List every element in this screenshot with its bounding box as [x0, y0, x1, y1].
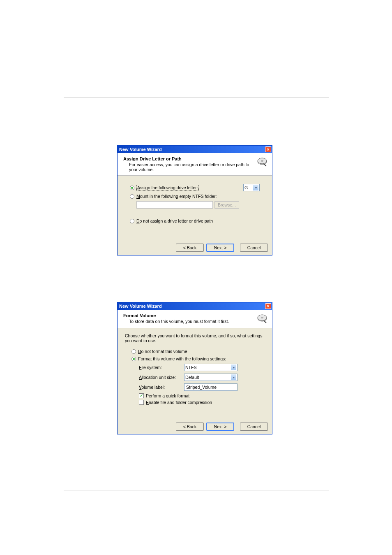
header-title: Format Volume	[123, 313, 256, 318]
window-title: New Volume Wizard	[119, 304, 162, 309]
close-button[interactable]: ×	[265, 303, 271, 309]
allocation-unit-value: Default	[185, 375, 199, 380]
new-volume-wizard-assign-dialog: New Volume Wizard × Assign Drive Letter …	[117, 145, 272, 255]
volume-label-value: Striped_Volume	[186, 385, 217, 390]
wizard-header: Format Volume To store data on this volu…	[118, 310, 272, 328]
new-volume-wizard-format-dialog: New Volume Wizard × Format Volume To sto…	[117, 302, 272, 434]
radio-no-assign[interactable]	[130, 219, 134, 223]
radio-format-settings-label: Format this volume with the following se…	[138, 356, 226, 361]
header-subtitle: For easier access, you can assign a driv…	[123, 162, 256, 172]
wizard-footer: < Back Next > Cancel	[118, 419, 272, 434]
next-button[interactable]: Next >	[206, 244, 234, 252]
file-system-label: File system:	[139, 365, 184, 370]
close-button[interactable]: ×	[265, 146, 271, 152]
quick-format-checkbox[interactable]	[139, 393, 144, 398]
quick-format-label: Perform a quick format	[146, 393, 189, 398]
disk-icon	[256, 156, 268, 168]
svg-point-2	[261, 160, 263, 162]
file-system-value: NTFS	[185, 365, 196, 370]
radio-mount-folder[interactable]	[130, 194, 134, 199]
close-icon: ×	[267, 304, 269, 309]
horizontal-rule	[64, 97, 329, 98]
compression-label: Enable file and folder compression	[146, 400, 212, 405]
compression-checkbox[interactable]	[139, 400, 144, 405]
radio-do-not-format[interactable]	[131, 349, 136, 354]
close-icon: ×	[267, 147, 269, 152]
cancel-button[interactable]: Cancel	[240, 244, 268, 252]
radio-assign-letter-label: Assign the following drive letter:	[136, 185, 199, 190]
radio-do-not-format-label: Do not format this volume	[138, 349, 187, 354]
next-button[interactable]: Next >	[206, 423, 234, 431]
back-button[interactable]: < Back	[176, 423, 204, 431]
back-button[interactable]: < Back	[176, 244, 204, 252]
titlebar[interactable]: New Volume Wizard ×	[118, 146, 272, 153]
allocation-unit-select[interactable]: Default ▾	[184, 374, 238, 381]
drive-letter-value: G	[244, 185, 248, 190]
intro-text: Choose whether you want to format this v…	[125, 333, 265, 343]
allocation-unit-label: Allocation unit size:	[139, 375, 184, 380]
disk-icon	[256, 313, 268, 325]
window-title: New Volume Wizard	[119, 147, 162, 152]
header-subtitle: To store data on this volume, you must f…	[123, 319, 256, 324]
radio-assign-letter[interactable]	[130, 186, 134, 190]
ntfs-folder-input	[136, 201, 213, 209]
chevron-down-icon: ▾	[253, 185, 258, 190]
svg-point-5	[261, 317, 263, 318]
wizard-header: Assign Drive Letter or Path For easier a…	[118, 153, 272, 176]
radio-format-settings[interactable]	[131, 357, 136, 361]
radio-no-assign-label: Do not assign a drive letter or drive pa…	[136, 218, 213, 223]
horizontal-rule	[64, 490, 329, 490]
header-title: Assign Drive Letter or Path	[123, 156, 256, 161]
wizard-body: Assign the following drive letter: G ▾ M…	[118, 176, 272, 230]
browse-button: Browse...	[214, 201, 239, 209]
volume-label-label: Volume label:	[139, 385, 184, 390]
cancel-button[interactable]: Cancel	[240, 423, 268, 431]
drive-letter-select[interactable]: G ▾	[243, 184, 260, 191]
titlebar[interactable]: New Volume Wizard ×	[118, 302, 272, 310]
wizard-footer: < Back Next > Cancel	[118, 240, 272, 255]
volume-label-input[interactable]: Striped_Volume	[184, 383, 238, 391]
chevron-down-icon: ▾	[231, 374, 236, 380]
wizard-body: Choose whether you want to format this v…	[118, 328, 272, 411]
radio-mount-folder-label: Mount in the following empty NTFS folder…	[136, 194, 217, 199]
chevron-down-icon: ▾	[231, 365, 236, 370]
file-system-select[interactable]: NTFS ▾	[184, 364, 238, 371]
